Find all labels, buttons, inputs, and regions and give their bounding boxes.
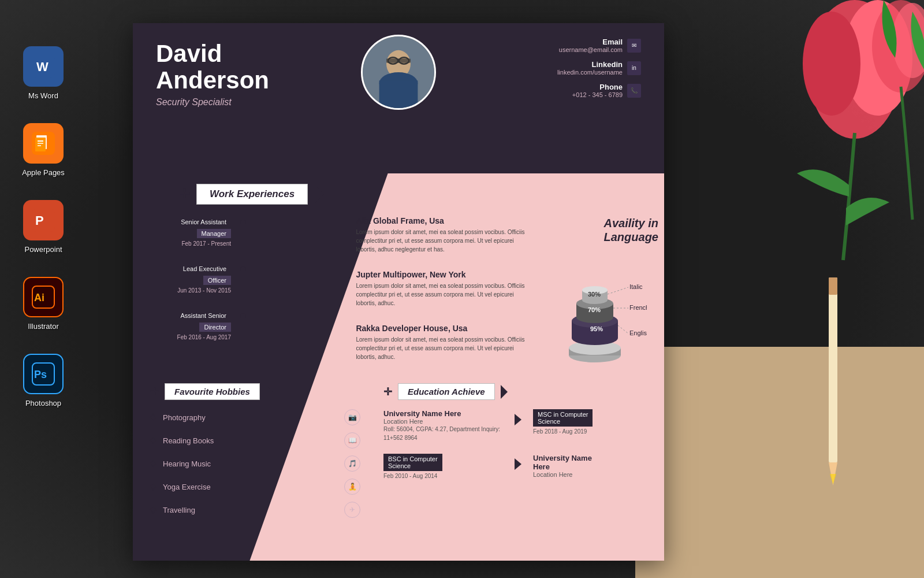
pages-app-icon: [23, 123, 64, 164]
hobby-name-5: Travelling: [163, 506, 337, 514]
language-chart-svg: 95% 70% 30%: [543, 253, 647, 362]
hobby-icon-travel: ✈: [344, 502, 360, 518]
ps-label: Photoshop: [25, 399, 61, 407]
illustrator-icon[interactable]: Ai Illustrator: [17, 277, 69, 331]
svg-point-16: [363, 36, 434, 108]
edu-degree-1: MSC in ComputerScience: [533, 409, 593, 427]
job-desc-1: Alix Global Frame, Usa Lorem ipsum dolor…: [356, 216, 526, 254]
job-entry-1: Senior Assistant Manager Feb 2017 - Pres…: [150, 216, 344, 247]
hobbies-title-box: Favourite Hobbies: [165, 383, 260, 400]
job-role-3b: Director: [199, 323, 231, 332]
job-date-3: Feb 2016 - Aug 2017: [150, 334, 231, 340]
hobby-icon-yoga: 🧘: [344, 479, 360, 495]
linkedin-value: linkedin.com/username: [557, 69, 623, 76]
company-2: Jupter Multipower, New York: [356, 270, 526, 279]
svg-rect-23: [379, 80, 418, 108]
job-entry-2: Lead Executive Officer Jun 2013 - Nov 20…: [150, 263, 344, 294]
svg-line-39: [608, 287, 628, 294]
ppt-label: Powerpoint: [24, 245, 62, 254]
hobby-name-3: Hearing Music: [163, 460, 337, 468]
svg-text:Ps: Ps: [34, 369, 47, 380]
hobby-name-4: Yoga Exercise: [163, 483, 337, 491]
svg-text:Ai: Ai: [34, 292, 44, 303]
ppt-app-icon: P: [23, 200, 64, 240]
body-columns: Senior Assistant Manager Feb 2017 - Pres…: [133, 216, 664, 377]
hobby-name-1: Photography: [163, 413, 337, 422]
svg-point-19: [388, 57, 398, 64]
job-dot-2: [240, 266, 246, 272]
job-title-3: Assistant Senior Director Feb 2016 - Aug…: [150, 310, 231, 340]
hobbies-section: ✛ Favourite Hobbies Photography 📷 Readin…: [133, 383, 372, 525]
hobby-bullet-1: [149, 413, 157, 421]
svg-text:95%: 95%: [590, 325, 603, 332]
svg-text:W: W: [36, 60, 49, 74]
hobby-name-2: Reading Books: [163, 436, 337, 445]
resume-header: David Anderson Security Specialist: [133, 23, 664, 173]
hobby-icon-music: 🎵: [344, 455, 360, 472]
job-desc-2: Jupter Multipower, New York Lorem ipsum …: [356, 270, 526, 307]
edu-entry-2: BSC in ComputerScience Feb 2010 - Aug 20…: [383, 454, 653, 479]
email-label: Email: [559, 38, 623, 46]
hobby-bullet-4: [149, 483, 157, 491]
svg-point-22: [379, 72, 418, 94]
svg-point-20: [399, 57, 409, 64]
ai-app-icon: Ai: [23, 277, 64, 317]
work-arrow-icon: [315, 185, 324, 203]
resume-body: ✛ Work Experiences Senior Assistant Mana…: [133, 173, 664, 561]
job-role-3a: Assistant Senior: [176, 311, 231, 320]
edu-plus-icon: ✛: [383, 386, 392, 398]
tan-decoration: [635, 347, 924, 578]
hobby-bullet-5: [149, 506, 157, 514]
contact-info: Email username@email.com ✉ Linkedin link…: [557, 38, 641, 105]
edu-arrow-icon: [501, 385, 508, 399]
hobby-reading: Reading Books 📖: [150, 432, 360, 449]
resume-card: David Anderson Security Specialist: [133, 23, 664, 561]
hobbies-header: ✛ Favourite Hobbies: [150, 383, 360, 400]
hobby-yoga: Yoga Exercise 🧘: [150, 479, 360, 495]
job-title-1: Senior Assistant Manager Feb 2017 - Pres…: [150, 216, 231, 247]
svg-rect-46: [829, 277, 837, 295]
edu-right-2: University NameHere Location Here: [533, 454, 653, 479]
job-desc-3: Rakka Developer House, Usa Lorem ipsum d…: [356, 324, 526, 361]
svg-rect-45: [829, 277, 837, 462]
edu-arrow-1: [515, 414, 521, 425]
job-date-2: Jun 2013 - Nov 2015: [150, 287, 231, 294]
edu-detail-1: Roll: 56004, CGPA: 4.27, Department Inqu…: [383, 425, 503, 442]
ms-word-icon[interactable]: W Ms Word: [17, 46, 69, 100]
hobbies-arrow-icon: [266, 385, 273, 399]
desktop-icons-container: W Ms Word Apple Pages P Powerpoint: [17, 46, 69, 407]
profile-photo: [361, 35, 436, 110]
bottom-sections: ✛ Favourite Hobbies Photography 📷 Readin…: [133, 383, 664, 525]
work-plus-icon: ✛: [179, 187, 189, 202]
hobby-bullet-3: [149, 460, 157, 468]
person-name: David Anderson: [156, 40, 269, 94]
word-label: Ms Word: [28, 91, 58, 100]
apple-pages-icon[interactable]: Apple Pages: [17, 123, 69, 177]
tulip-decoration: [681, 0, 924, 318]
edu-left-2: BSC in ComputerScience Feb 2010 - Aug 20…: [383, 454, 503, 479]
job-role-1a: Senior Assistant: [176, 217, 231, 227]
powerpoint-icon[interactable]: P Powerpoint: [17, 200, 69, 254]
job-desc-text-1: Lorem ipsum dolor sit amet, mei ea solea…: [356, 228, 526, 254]
pencil-decoration: [826, 277, 840, 497]
edu-arrow-2: [515, 458, 521, 470]
company-3: Rakka Developer House, Usa: [356, 324, 526, 333]
hobby-music: Hearing Music 🎵: [150, 455, 360, 472]
linkedin-contact: Linkedin linkedin.com/username in: [557, 60, 641, 76]
language-section: Availity inLanguage: [526, 216, 664, 377]
hobby-bullet-2: [149, 436, 157, 444]
svg-text:Italic: Italic: [629, 283, 643, 290]
left-column: Senior Assistant Manager Feb 2017 - Pres…: [133, 216, 356, 377]
hobby-icon-photography: 📷: [344, 409, 360, 425]
ai-label: Illustrator: [28, 322, 58, 331]
svg-text:English: English: [629, 329, 647, 336]
job-role-2b: Officer: [203, 276, 231, 285]
name-section: David Anderson Security Specialist: [156, 40, 269, 108]
pages-label: Apple Pages: [22, 168, 65, 177]
hobby-photography: Photography 📷: [150, 409, 360, 425]
photoshop-icon[interactable]: Ps Photoshop: [17, 354, 69, 407]
job-title-2: Lead Executive Officer Jun 2013 - Nov 20…: [150, 263, 231, 294]
work-title-box: Work Experiences: [196, 184, 308, 205]
edu-location-1: Location Here: [383, 418, 503, 425]
job-date-1: Feb 2017 - Present: [150, 240, 231, 247]
